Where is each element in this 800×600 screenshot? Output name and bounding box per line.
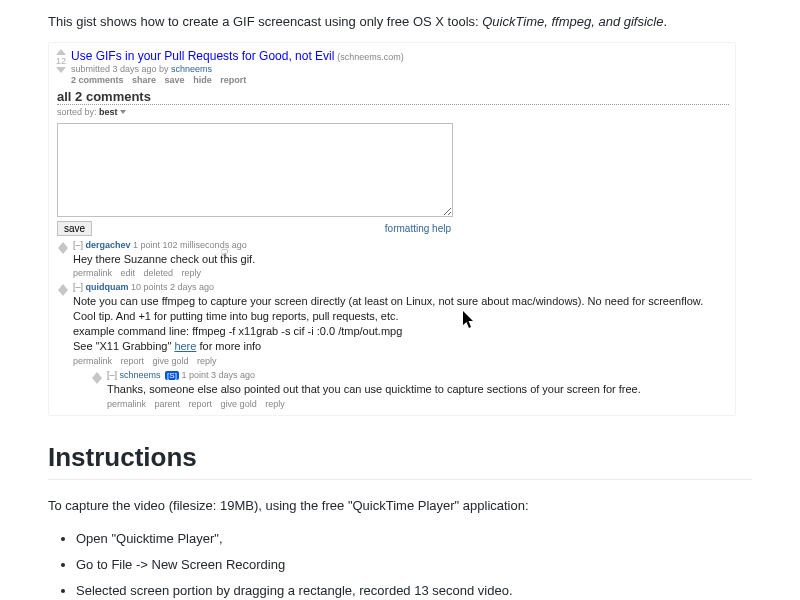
post-domain: (schneems.com): [337, 52, 404, 62]
action-reply[interactable]: reply: [182, 268, 202, 278]
post-actions: 2 comments share save hide report: [71, 75, 404, 85]
intro-suffix: .: [663, 14, 667, 29]
animated-gif-screenshot: 12 Use GIFs in your Pull Requests for Go…: [48, 42, 736, 416]
sorted-by[interactable]: sorted by: best: [57, 107, 729, 117]
action-give-gold[interactable]: give gold: [153, 356, 189, 366]
action-parent[interactable]: parent: [155, 399, 181, 409]
capture-intro: To capture the video (filesize: 19MB), u…: [48, 496, 752, 516]
action-give-gold[interactable]: give gold: [221, 399, 257, 409]
x11-grabbing-link[interactable]: here: [174, 340, 196, 352]
action-save[interactable]: save: [165, 75, 185, 85]
action-reply[interactable]: reply: [197, 356, 217, 366]
gist-intro: This gist shows how to create a GIF scre…: [48, 12, 752, 32]
comment-textarea[interactable]: [57, 123, 453, 217]
comment-meta: 1 point 102 milliseconds ago: [133, 240, 247, 250]
action-hide[interactable]: hide: [193, 75, 212, 85]
post-author[interactable]: schneems: [171, 64, 212, 74]
collapse-toggle[interactable]: [–]: [73, 240, 83, 250]
downvote-icon[interactable]: [92, 378, 102, 384]
instructions-heading: Instructions: [48, 442, 752, 480]
comment-meta: 1 point 3 days ago: [181, 370, 255, 380]
downvote-icon[interactable]: [56, 67, 66, 73]
comment-text: Note you can use ffmpeg to capture your …: [73, 294, 729, 353]
action-permalink[interactable]: permalink: [73, 268, 112, 278]
upvote-icon[interactable]: [56, 49, 66, 55]
op-badge: [S]: [165, 371, 179, 380]
list-item: Go to File -> New Screen Recording: [76, 555, 752, 575]
formatting-help-link[interactable]: formatting help: [385, 223, 451, 234]
downvote-icon[interactable]: [58, 290, 68, 296]
post-score: 12: [56, 56, 66, 66]
action-report[interactable]: report: [220, 75, 246, 85]
post-tagline: submitted 3 days ago by schneems: [71, 64, 404, 74]
comment-text: Thanks, someone else also pointed out th…: [107, 382, 729, 397]
comment-author[interactable]: dergachev: [86, 240, 131, 250]
downvote-icon[interactable]: [58, 248, 68, 254]
collapse-toggle[interactable]: [–]: [107, 370, 117, 380]
post-vote: 12: [55, 49, 67, 73]
comment-meta: 10 points 2 days ago: [131, 282, 214, 292]
action-comments[interactable]: 2 comments: [71, 75, 124, 85]
list-item: Selected screen portion by dragging a re…: [76, 581, 752, 600]
comment-text: Hey there Suzanne check out this gif.: [73, 252, 729, 267]
save-button[interactable]: save: [57, 221, 92, 236]
post-title-link[interactable]: Use GIFs in your Pull Requests for Good,…: [71, 49, 334, 63]
instruction-list: Open "Quicktime Player", Go to File -> N…: [48, 529, 752, 600]
action-permalink[interactable]: permalink: [73, 356, 112, 366]
action-edit[interactable]: edit: [121, 268, 136, 278]
action-reply[interactable]: reply: [265, 399, 285, 409]
action-permalink[interactable]: permalink: [107, 399, 146, 409]
action-share[interactable]: share: [132, 75, 156, 85]
collapse-toggle[interactable]: [–]: [73, 282, 83, 292]
intro-prefix: This gist shows how to create a GIF scre…: [48, 14, 482, 29]
action-report[interactable]: report: [121, 356, 145, 366]
action-deleted[interactable]: deleted: [144, 268, 174, 278]
list-item: Open "Quicktime Player",: [76, 529, 752, 549]
dropdown-icon: [120, 110, 126, 114]
intro-tools: QuickTime, ffmpeg, and gifsicle: [482, 14, 663, 29]
comment-author[interactable]: schneems: [120, 370, 161, 380]
comment-author[interactable]: quidquam: [86, 282, 129, 292]
action-report[interactable]: report: [189, 399, 213, 409]
all-comments-header: all 2 comments: [57, 89, 729, 105]
